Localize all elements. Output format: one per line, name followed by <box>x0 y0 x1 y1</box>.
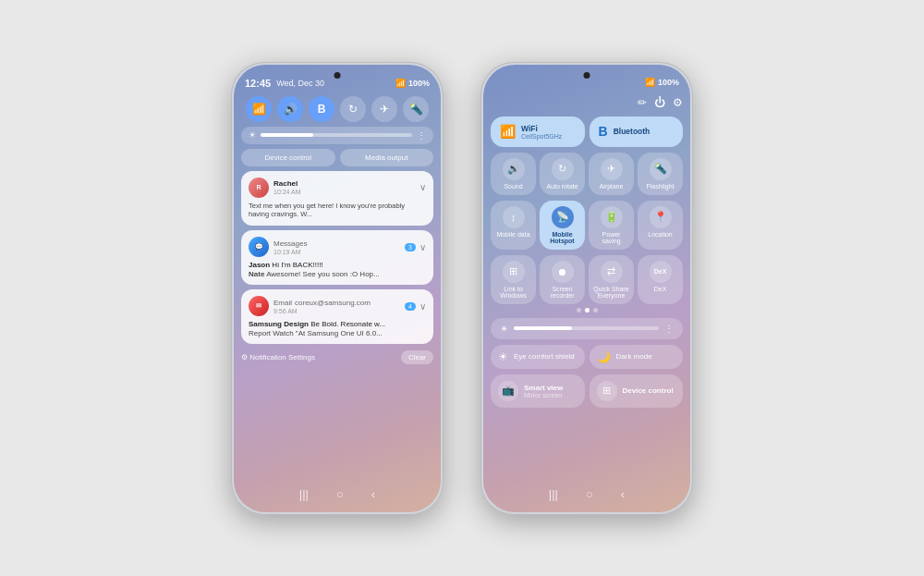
qs-header: ✏ ⏻ ⚙ <box>491 94 683 111</box>
clear-button[interactable]: Clear <box>401 350 433 364</box>
qs-tile-airplane[interactable]: ✈ Airplane <box>589 153 634 195</box>
toggle-wifi[interactable]: 📶 <box>246 96 272 122</box>
brightness-icon-right: ☀ <box>500 324 508 334</box>
autorotate-small-icon: ↻ <box>552 158 574 180</box>
power-icon[interactable]: ⏻ <box>654 96 665 109</box>
brightness-icon-left: ☀ <box>249 130 256 140</box>
notification-settings-label[interactable]: ⚙ Notification Settings <box>241 353 315 362</box>
toggle-airplane[interactable]: ✈ <box>371 96 397 122</box>
brightness-fill-left <box>261 133 313 137</box>
link-windows-small-icon: ⊞ <box>503 261 525 283</box>
email-line1: Samsung Design Be Bold. Resonate w... <box>249 320 426 328</box>
notif-meta-email: Email coreux@samsung.com 9:56 AM <box>274 299 371 314</box>
device-control-tile[interactable]: ⊞ Device control <box>590 374 684 408</box>
notif-time-messages: 10:19 AM <box>274 249 307 255</box>
dot-1 <box>577 308 581 313</box>
quickshare-small-icon: ⇄ <box>601 261 623 283</box>
signal-icon-left: 📶 <box>395 79 406 88</box>
nav-home-icon[interactable]: ○ <box>336 487 344 501</box>
qs-tile-wifi[interactable]: 📶 WiFi CellSpot5GHz <box>491 116 585 147</box>
qs-tile-flashlight[interactable]: 🔦 Flashlight <box>638 153 683 195</box>
more-icon-brightness[interactable]: ⋮ <box>417 130 426 141</box>
wifi-tile-sublabel: CellSpot5GHz <box>521 133 562 140</box>
toggle-sound[interactable]: 🔊 <box>277 96 303 122</box>
brightness-row-right: ☀ ⋮ <box>491 318 683 339</box>
eye-comfort-tile[interactable]: ☀ Eye comfort shield <box>491 345 585 369</box>
toggle-bluetooth[interactable]: B <box>309 96 334 122</box>
right-phone: 📶 100% ✏ ⏻ ⚙ 📶 WiFi CellSpot5GHz <box>480 62 693 515</box>
expand-icon-email[interactable]: ∨ <box>419 301 426 312</box>
email-sender: Samsung Design <box>249 320 309 328</box>
qs-tile-screenrecorder[interactable]: ⏺ Screen recorder <box>540 255 585 304</box>
nav-home-icon-right[interactable]: ○ <box>586 487 593 501</box>
brightness-track-right[interactable] <box>514 326 659 330</box>
media-output-btn[interactable]: Media output <box>340 149 434 166</box>
badge-email: 4 <box>405 302 416 311</box>
brightness-row-left: ☀ ⋮ <box>241 127 433 144</box>
email-app-row: Email coreux@samsung.com <box>274 299 371 307</box>
airplane-small-icon: ✈ <box>601 158 623 180</box>
qs-icon-row-3: ⊞ Link to Windows ⏺ Screen recorder ⇄ Qu… <box>491 255 683 304</box>
nav-bar-right: ||| ○ ‹ <box>483 480 690 512</box>
expand-icon-messages[interactable]: ∨ <box>419 242 426 252</box>
app-name-messages: Messages <box>274 239 307 248</box>
email-address: coreux@samsung.com <box>295 299 371 307</box>
notif-right-messages: 3 ∨ <box>405 242 426 252</box>
msg-body2: Awesome! See you soon :O Hop... <box>266 270 380 278</box>
notif-time-email: 9:56 AM <box>274 308 371 314</box>
bottom-tiles-row: 📺 Smart view Mirror screen ⊞ Device cont… <box>491 374 683 408</box>
sound-label: Sound <box>504 183 522 190</box>
hotspot-label: Mobile Hotspot <box>543 231 581 244</box>
sound-icon: 🔊 <box>284 103 298 116</box>
msg-sender2: Nate Awesome! See you soon :O Hop... <box>249 270 426 278</box>
notification-messages[interactable]: 💬 Messages 10:19 AM 3 ∨ Jason Hi I' <box>241 230 433 285</box>
wifi-icon: 📶 <box>252 103 266 116</box>
qs-tile-powersaving[interactable]: 🔋 Power saving <box>589 201 634 250</box>
bluetooth-tile-text: Bluetooth <box>614 127 650 136</box>
notification-rachel[interactable]: R Rachel 10:24 AM ∨ Text me when you get… <box>241 171 433 227</box>
nav-recents-icon-right[interactable]: ‹ <box>621 487 625 501</box>
quickshare-label: Quick Share Everyone <box>592 286 630 299</box>
email-line2: Report Watch "At Samsung One UI 6.0... <box>249 329 426 337</box>
link-windows-label: Link to Windows <box>494 286 532 299</box>
quick-settings-panel: ✏ ⏻ ⚙ 📶 WiFi CellSpot5GHz B Bluetooth <box>483 91 690 480</box>
nav-bar-left: ||| ○ ‹ <box>234 480 441 512</box>
dex-label: DeX <box>654 286 667 292</box>
qs-tile-quickshare[interactable]: ⇄ Quick Share Everyone <box>589 255 634 304</box>
nav-recents-icon[interactable]: ‹ <box>371 487 375 501</box>
toggle-rotate[interactable]: ↻ <box>340 96 366 122</box>
device-control-btn[interactable]: Device control <box>241 149 335 166</box>
notif-body-rachel: Text me when you get here! I know you're… <box>249 202 426 220</box>
notification-email[interactable]: ✉ Email coreux@samsung.com 9:56 AM 4 ∨ <box>241 289 433 344</box>
qs-tile-autorotate[interactable]: ↻ Auto rotate <box>540 153 585 195</box>
nav-back-icon-right[interactable]: ||| <box>549 487 558 501</box>
powersaving-small-icon: 🔋 <box>601 206 623 228</box>
dark-mode-tile[interactable]: 🌙 Dark mode <box>590 345 684 369</box>
qs-tile-link-windows[interactable]: ⊞ Link to Windows <box>491 255 536 304</box>
nav-back-icon[interactable]: ||| <box>299 487 309 501</box>
qs-tile-dex[interactable]: DeX DeX <box>638 255 683 304</box>
settings-icon[interactable]: ⚙ <box>673 96 683 109</box>
qs-tile-bluetooth[interactable]: B Bluetooth <box>590 116 684 147</box>
smart-view-tile[interactable]: 📺 Smart view Mirror screen <box>491 374 585 408</box>
qs-tile-sound[interactable]: 🔊 Sound <box>491 153 536 195</box>
toggle-flashlight[interactable]: 🔦 <box>403 96 429 122</box>
brightness-bar-left[interactable] <box>261 133 412 137</box>
rotate-icon: ↻ <box>348 103 358 116</box>
airplane-icon: ✈ <box>380 103 389 116</box>
qs-tile-location[interactable]: 📍 Location <box>638 201 683 250</box>
dark-mode-label: Dark mode <box>616 352 652 361</box>
qs-tile-hotspot[interactable]: 📡 Mobile Hotspot <box>540 201 585 250</box>
device-control-text: Device control <box>623 386 674 395</box>
pencil-icon[interactable]: ✏ <box>638 96 647 109</box>
pagination-dots <box>491 308 683 313</box>
autorotate-label: Auto rotate <box>546 183 578 190</box>
bluetooth-icon: B <box>318 103 326 116</box>
more-icon-qs[interactable]: ⋮ <box>664 324 674 334</box>
qs-tile-mobiledata[interactable]: ↕ Mobile data <box>491 201 536 250</box>
battery-text-right: 100% <box>658 78 679 87</box>
notif-header-messages: 💬 Messages 10:19 AM 3 ∨ <box>249 237 426 257</box>
right-phone-screen: 📶 100% ✏ ⏻ ⚙ 📶 WiFi CellSpot5GHz <box>483 65 690 512</box>
expand-icon-rachel[interactable]: ∨ <box>419 182 426 192</box>
notif-header-rachel: R Rachel 10:24 AM ∨ <box>249 178 426 198</box>
